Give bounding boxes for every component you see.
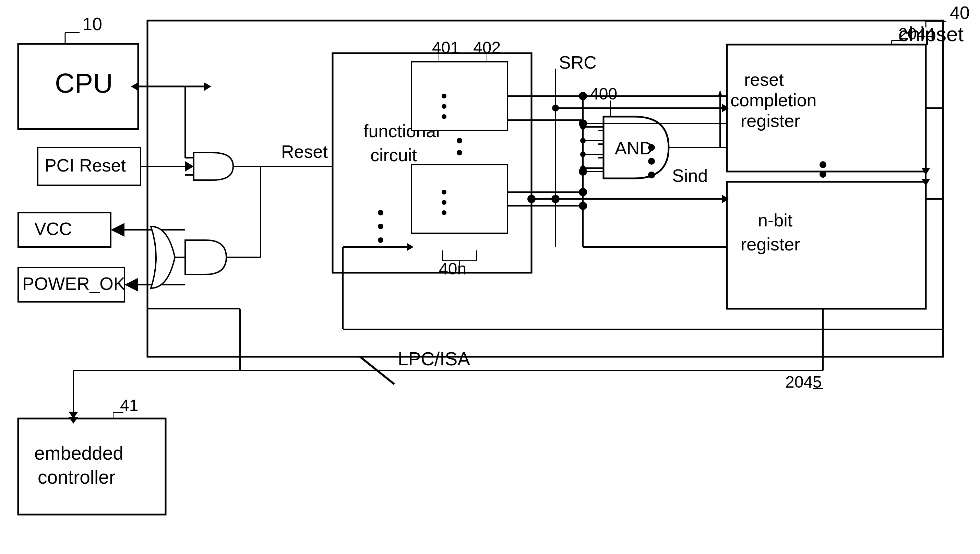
sind-label: Sind (672, 166, 708, 186)
svg-point-32 (378, 237, 383, 243)
svg-point-42 (442, 114, 447, 119)
functional-circuit-label2: circuit (370, 145, 417, 165)
svg-rect-34 (412, 62, 508, 131)
svg-point-43 (442, 190, 447, 194)
svg-point-121 (580, 151, 585, 157)
svg-point-40 (442, 94, 447, 99)
svg-point-122 (580, 166, 585, 171)
svg-point-45 (442, 210, 447, 215)
reset-completion-reg-label: reset (744, 70, 784, 89)
svg-point-134 (648, 172, 655, 178)
pci-reset-label: PCI Reset (45, 155, 126, 175)
svg-point-36 (457, 138, 462, 143)
svg-point-41 (442, 104, 447, 109)
n-bit-reg-label: n-bit (758, 210, 793, 230)
power-ok-label: POWER_OK (22, 274, 126, 294)
ref-41-label: 41 (120, 396, 138, 414)
svg-point-37 (457, 150, 462, 155)
ref-40n-label: 40n (439, 259, 466, 278)
ref-10-label: 10 (82, 14, 102, 34)
svg-point-30 (378, 210, 383, 215)
n-bit-reg-label2: register (741, 234, 800, 254)
svg-point-133 (648, 158, 655, 165)
lpc-isa-label: LPC/ISA (398, 348, 470, 369)
svg-point-120 (580, 138, 585, 143)
svg-point-31 (378, 224, 383, 229)
ref-400-label: 400 (590, 85, 617, 103)
reset-label: Reset (281, 142, 328, 162)
reset-completion-reg-label2: completion (730, 90, 816, 110)
embedded-controller-label: embedded (34, 443, 123, 464)
and-gate-label: AND (615, 138, 652, 158)
svg-point-132 (648, 144, 655, 151)
svg-point-44 (442, 200, 447, 205)
svg-point-128 (552, 105, 559, 111)
ref-2044-label: 2044 (898, 25, 935, 43)
ref-401-label: 401 (432, 38, 460, 57)
svg-point-119 (580, 124, 585, 130)
cpu-label: CPU (55, 68, 113, 99)
vcc-label: VCC (34, 219, 72, 239)
circuit-diagram: chipset 40 CPU 10 PCI Reset VCC POWER_OK (0, 0, 980, 554)
embedded-controller-label2: controller (38, 466, 115, 488)
svg-point-135 (819, 161, 826, 168)
ref-402-label: 402 (473, 38, 501, 57)
svg-point-109 (527, 195, 536, 203)
src-label: SRC (559, 53, 597, 72)
ref-40-label: 40 (950, 3, 970, 23)
reset-completion-reg-label3: register (741, 111, 800, 131)
svg-point-136 (819, 171, 826, 178)
svg-rect-35 (412, 165, 508, 233)
